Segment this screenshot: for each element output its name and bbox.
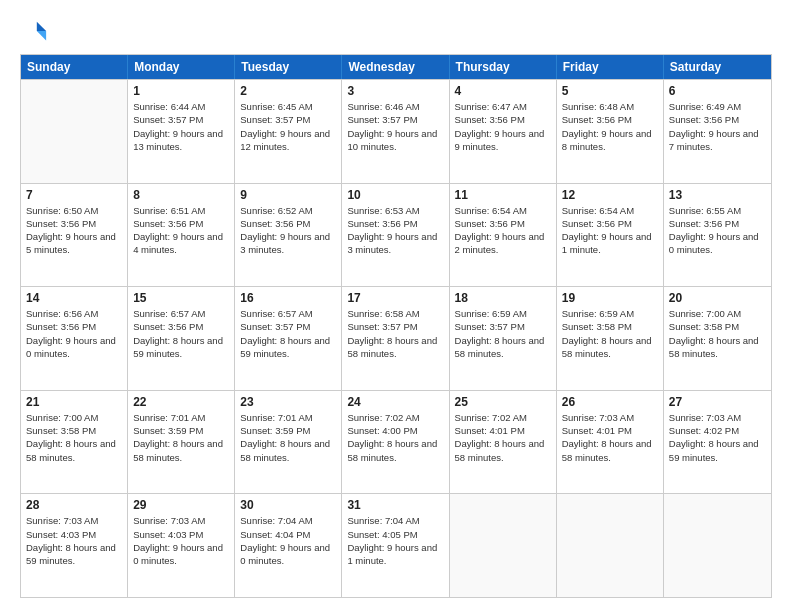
day-number: 27 xyxy=(669,395,766,409)
day-number: 21 xyxy=(26,395,122,409)
calendar-cell: 4Sunrise: 6:47 AMSunset: 3:56 PMDaylight… xyxy=(450,80,557,183)
calendar-row-2: 14Sunrise: 6:56 AMSunset: 3:56 PMDayligh… xyxy=(21,286,771,390)
calendar-cell: 12Sunrise: 6:54 AMSunset: 3:56 PMDayligh… xyxy=(557,184,664,287)
cell-info: Sunrise: 6:47 AMSunset: 3:56 PMDaylight:… xyxy=(455,100,551,153)
header-cell-monday: Monday xyxy=(128,55,235,79)
cell-info: Sunrise: 7:03 AMSunset: 4:03 PMDaylight:… xyxy=(26,514,122,567)
day-number: 7 xyxy=(26,188,122,202)
day-number: 23 xyxy=(240,395,336,409)
cell-info: Sunrise: 6:46 AMSunset: 3:57 PMDaylight:… xyxy=(347,100,443,153)
calendar-cell: 14Sunrise: 6:56 AMSunset: 3:56 PMDayligh… xyxy=(21,287,128,390)
cell-info: Sunrise: 6:59 AMSunset: 3:58 PMDaylight:… xyxy=(562,307,658,360)
calendar-cell: 11Sunrise: 6:54 AMSunset: 3:56 PMDayligh… xyxy=(450,184,557,287)
cell-info: Sunrise: 7:03 AMSunset: 4:02 PMDaylight:… xyxy=(669,411,766,464)
cell-info: Sunrise: 6:56 AMSunset: 3:56 PMDaylight:… xyxy=(26,307,122,360)
calendar-cell: 10Sunrise: 6:53 AMSunset: 3:56 PMDayligh… xyxy=(342,184,449,287)
cell-info: Sunrise: 6:52 AMSunset: 3:56 PMDaylight:… xyxy=(240,204,336,257)
cell-info: Sunrise: 7:04 AMSunset: 4:04 PMDaylight:… xyxy=(240,514,336,567)
day-number: 14 xyxy=(26,291,122,305)
calendar-cell: 6Sunrise: 6:49 AMSunset: 3:56 PMDaylight… xyxy=(664,80,771,183)
calendar-body: 1Sunrise: 6:44 AMSunset: 3:57 PMDaylight… xyxy=(21,79,771,597)
day-number: 17 xyxy=(347,291,443,305)
calendar-cell: 15Sunrise: 6:57 AMSunset: 3:56 PMDayligh… xyxy=(128,287,235,390)
calendar-cell: 16Sunrise: 6:57 AMSunset: 3:57 PMDayligh… xyxy=(235,287,342,390)
cell-info: Sunrise: 7:04 AMSunset: 4:05 PMDaylight:… xyxy=(347,514,443,567)
day-number: 18 xyxy=(455,291,551,305)
cell-info: Sunrise: 7:02 AMSunset: 4:01 PMDaylight:… xyxy=(455,411,551,464)
calendar-row-4: 28Sunrise: 7:03 AMSunset: 4:03 PMDayligh… xyxy=(21,493,771,597)
calendar: SundayMondayTuesdayWednesdayThursdayFrid… xyxy=(20,54,772,598)
day-number: 30 xyxy=(240,498,336,512)
cell-info: Sunrise: 7:03 AMSunset: 4:01 PMDaylight:… xyxy=(562,411,658,464)
day-number: 4 xyxy=(455,84,551,98)
cell-info: Sunrise: 7:01 AMSunset: 3:59 PMDaylight:… xyxy=(240,411,336,464)
calendar-cell: 29Sunrise: 7:03 AMSunset: 4:03 PMDayligh… xyxy=(128,494,235,597)
day-number: 6 xyxy=(669,84,766,98)
calendar-cell: 7Sunrise: 6:50 AMSunset: 3:56 PMDaylight… xyxy=(21,184,128,287)
page: SundayMondayTuesdayWednesdayThursdayFrid… xyxy=(0,0,792,612)
header-cell-friday: Friday xyxy=(557,55,664,79)
logo xyxy=(20,18,52,46)
day-number: 29 xyxy=(133,498,229,512)
day-number: 22 xyxy=(133,395,229,409)
day-number: 9 xyxy=(240,188,336,202)
calendar-cell: 26Sunrise: 7:03 AMSunset: 4:01 PMDayligh… xyxy=(557,391,664,494)
calendar-cell: 8Sunrise: 6:51 AMSunset: 3:56 PMDaylight… xyxy=(128,184,235,287)
cell-info: Sunrise: 7:02 AMSunset: 4:00 PMDaylight:… xyxy=(347,411,443,464)
calendar-cell: 20Sunrise: 7:00 AMSunset: 3:58 PMDayligh… xyxy=(664,287,771,390)
calendar-row-1: 7Sunrise: 6:50 AMSunset: 3:56 PMDaylight… xyxy=(21,183,771,287)
calendar-cell: 5Sunrise: 6:48 AMSunset: 3:56 PMDaylight… xyxy=(557,80,664,183)
calendar-cell xyxy=(21,80,128,183)
cell-info: Sunrise: 6:54 AMSunset: 3:56 PMDaylight:… xyxy=(562,204,658,257)
calendar-cell xyxy=(450,494,557,597)
day-number: 28 xyxy=(26,498,122,512)
cell-info: Sunrise: 6:51 AMSunset: 3:56 PMDaylight:… xyxy=(133,204,229,257)
calendar-cell: 3Sunrise: 6:46 AMSunset: 3:57 PMDaylight… xyxy=(342,80,449,183)
header-cell-thursday: Thursday xyxy=(450,55,557,79)
cell-info: Sunrise: 6:54 AMSunset: 3:56 PMDaylight:… xyxy=(455,204,551,257)
calendar-cell: 25Sunrise: 7:02 AMSunset: 4:01 PMDayligh… xyxy=(450,391,557,494)
calendar-cell: 1Sunrise: 6:44 AMSunset: 3:57 PMDaylight… xyxy=(128,80,235,183)
day-number: 2 xyxy=(240,84,336,98)
cell-info: Sunrise: 6:58 AMSunset: 3:57 PMDaylight:… xyxy=(347,307,443,360)
calendar-cell: 19Sunrise: 6:59 AMSunset: 3:58 PMDayligh… xyxy=(557,287,664,390)
cell-info: Sunrise: 6:49 AMSunset: 3:56 PMDaylight:… xyxy=(669,100,766,153)
cell-info: Sunrise: 6:45 AMSunset: 3:57 PMDaylight:… xyxy=(240,100,336,153)
cell-info: Sunrise: 6:48 AMSunset: 3:56 PMDaylight:… xyxy=(562,100,658,153)
cell-info: Sunrise: 7:03 AMSunset: 4:03 PMDaylight:… xyxy=(133,514,229,567)
cell-info: Sunrise: 7:00 AMSunset: 3:58 PMDaylight:… xyxy=(669,307,766,360)
calendar-cell: 31Sunrise: 7:04 AMSunset: 4:05 PMDayligh… xyxy=(342,494,449,597)
cell-info: Sunrise: 6:57 AMSunset: 3:57 PMDaylight:… xyxy=(240,307,336,360)
day-number: 5 xyxy=(562,84,658,98)
header-cell-sunday: Sunday xyxy=(21,55,128,79)
day-number: 26 xyxy=(562,395,658,409)
calendar-cell: 27Sunrise: 7:03 AMSunset: 4:02 PMDayligh… xyxy=(664,391,771,494)
cell-info: Sunrise: 6:44 AMSunset: 3:57 PMDaylight:… xyxy=(133,100,229,153)
calendar-cell: 13Sunrise: 6:55 AMSunset: 3:56 PMDayligh… xyxy=(664,184,771,287)
calendar-cell: 17Sunrise: 6:58 AMSunset: 3:57 PMDayligh… xyxy=(342,287,449,390)
cell-info: Sunrise: 6:57 AMSunset: 3:56 PMDaylight:… xyxy=(133,307,229,360)
day-number: 3 xyxy=(347,84,443,98)
calendar-cell: 24Sunrise: 7:02 AMSunset: 4:00 PMDayligh… xyxy=(342,391,449,494)
header-cell-tuesday: Tuesday xyxy=(235,55,342,79)
day-number: 1 xyxy=(133,84,229,98)
calendar-cell: 30Sunrise: 7:04 AMSunset: 4:04 PMDayligh… xyxy=(235,494,342,597)
calendar-cell xyxy=(664,494,771,597)
header-cell-wednesday: Wednesday xyxy=(342,55,449,79)
cell-info: Sunrise: 7:01 AMSunset: 3:59 PMDaylight:… xyxy=(133,411,229,464)
calendar-cell: 22Sunrise: 7:01 AMSunset: 3:59 PMDayligh… xyxy=(128,391,235,494)
day-number: 10 xyxy=(347,188,443,202)
calendar-cell: 2Sunrise: 6:45 AMSunset: 3:57 PMDaylight… xyxy=(235,80,342,183)
logo-icon xyxy=(20,18,48,46)
day-number: 16 xyxy=(240,291,336,305)
day-number: 15 xyxy=(133,291,229,305)
header xyxy=(20,18,772,46)
calendar-cell: 18Sunrise: 6:59 AMSunset: 3:57 PMDayligh… xyxy=(450,287,557,390)
day-number: 31 xyxy=(347,498,443,512)
calendar-cell: 28Sunrise: 7:03 AMSunset: 4:03 PMDayligh… xyxy=(21,494,128,597)
svg-marker-0 xyxy=(37,22,46,31)
calendar-cell xyxy=(557,494,664,597)
calendar-row-0: 1Sunrise: 6:44 AMSunset: 3:57 PMDaylight… xyxy=(21,79,771,183)
cell-info: Sunrise: 7:00 AMSunset: 3:58 PMDaylight:… xyxy=(26,411,122,464)
calendar-cell: 9Sunrise: 6:52 AMSunset: 3:56 PMDaylight… xyxy=(235,184,342,287)
